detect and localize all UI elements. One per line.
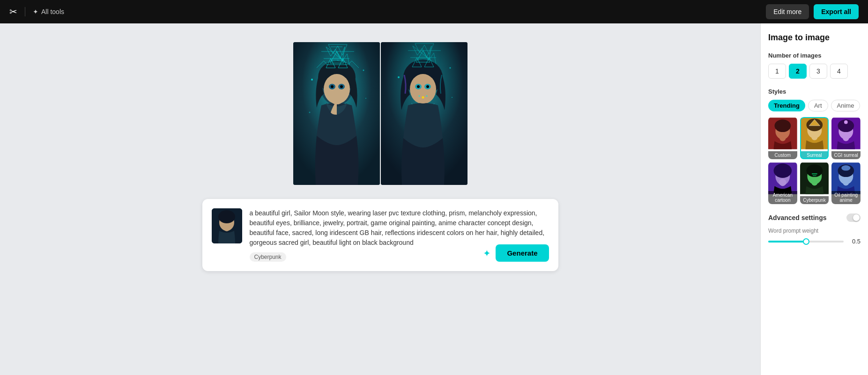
thumbnail-svg — [212, 208, 242, 243]
style-tab-trending[interactable]: Trending — [768, 100, 805, 111]
advanced-settings-row: Advanced settings — [768, 213, 861, 222]
slider-thumb[interactable] — [803, 238, 809, 245]
all-tools-button[interactable]: ✦ All tools — [33, 8, 64, 15]
style-tag[interactable]: Cyberpunk — [250, 252, 286, 262]
oil-card-image — [831, 162, 861, 195]
style-card-cyberpunk[interactable]: Cyberpunk — [800, 162, 829, 204]
style-tab-art[interactable]: Art — [808, 100, 828, 111]
svg-point-33 — [417, 85, 420, 88]
num-btn-3[interactable]: 3 — [809, 64, 827, 79]
prompt-text[interactable]: a beautiful girl, Sailor Moon style, wea… — [250, 208, 549, 248]
prompt-actions: ✦ Generate — [483, 244, 549, 262]
custom-card-label: Custom — [768, 151, 797, 159]
num-btn-1[interactable]: 1 — [768, 64, 786, 79]
generated-image-2[interactable] — [381, 42, 467, 185]
prompt-thumbnail — [212, 208, 242, 243]
header: ✂ ✦ All tools Edit more Export all — [0, 0, 868, 23]
canvas-area: a beautiful girl, Sailor Moon style, wea… — [0, 23, 760, 375]
svg-point-43 — [449, 67, 451, 69]
svg-point-62 — [844, 120, 848, 124]
generated-image-1[interactable] — [293, 42, 380, 185]
style-card-custom[interactable]: Custom — [768, 117, 797, 159]
surreal-card-image — [800, 117, 829, 150]
svg-point-36 — [422, 96, 424, 99]
styles-label: Styles — [768, 88, 861, 95]
svg-point-61 — [843, 135, 849, 141]
advanced-settings-toggle[interactable] — [846, 213, 861, 222]
panel-title: Image to image — [768, 33, 861, 43]
svg-point-52 — [779, 135, 786, 141]
slider-row: 0.5 — [768, 238, 861, 245]
oil-card-label: Oil painting anime — [831, 191, 861, 204]
header-right: Edit more Export all — [766, 4, 859, 19]
svg-rect-72 — [813, 175, 816, 176]
sparkle-icon: ✦ — [483, 248, 491, 258]
svg-point-15 — [311, 79, 313, 81]
svg-point-76 — [843, 179, 849, 185]
svg-point-69 — [806, 164, 823, 177]
svg-point-56 — [811, 134, 817, 140]
svg-point-34 — [426, 85, 429, 88]
right-panel: Image to image Number of images 1 2 3 4 … — [760, 23, 868, 375]
style-tabs: Trending Art Anime — [768, 100, 861, 111]
american-card-label: American cartoon — [768, 191, 797, 204]
image-1-svg — [293, 42, 380, 185]
prompt-area: a beautiful girl, Sailor Moon style, wea… — [202, 199, 558, 271]
svg-point-42 — [398, 76, 400, 78]
advanced-settings-label: Advanced settings — [768, 214, 826, 221]
num-btn-4[interactable]: 4 — [830, 64, 848, 79]
svg-point-66 — [779, 179, 786, 186]
slider-track[interactable] — [768, 241, 844, 243]
header-left: ✂ ✦ All tools — [9, 6, 64, 17]
svg-point-38 — [426, 96, 427, 97]
wand-icon: ✦ — [33, 8, 38, 15]
cgi-card-image — [831, 117, 861, 150]
cyberpunk-card-image — [800, 162, 829, 195]
word-prompt-weight-label: Word prompt weight — [768, 228, 861, 234]
slider-fill — [768, 241, 806, 243]
style-card-american-cartoon[interactable]: American cartoon — [768, 162, 797, 204]
svg-point-12 — [331, 85, 334, 88]
style-tab-anime[interactable]: Anime — [831, 100, 861, 111]
svg-point-13 — [340, 85, 343, 88]
custom-card-image — [768, 117, 797, 150]
style-card-cgi-surreal[interactable]: CGI surreal — [831, 117, 861, 159]
svg-point-65 — [774, 163, 792, 178]
svg-point-16 — [363, 70, 364, 71]
export-all-button[interactable]: Export all — [814, 4, 859, 19]
svg-point-44 — [452, 97, 453, 98]
main-content: a beautiful girl, Sailor Moon style, wea… — [0, 23, 868, 375]
style-card-oil-painting-anime[interactable]: Oil painting anime — [831, 162, 861, 204]
cyberpunk-card-label: Cyberpunk — [800, 196, 829, 204]
edit-more-button[interactable]: Edit more — [766, 4, 809, 19]
generate-button[interactable]: Generate — [496, 244, 549, 262]
sparkle-button[interactable]: ✦ — [483, 248, 491, 259]
images-row — [293, 42, 467, 185]
svg-point-70 — [811, 179, 817, 185]
style-grid: Custom Surreal — [768, 117, 861, 204]
toggle-dot — [853, 214, 860, 221]
svg-point-18 — [309, 112, 310, 113]
slider-value: 0.5 — [847, 238, 861, 245]
svg-point-48 — [224, 226, 230, 231]
svg-point-47 — [218, 210, 235, 223]
cgi-card-label: CGI surreal — [831, 151, 861, 159]
svg-point-37 — [418, 96, 420, 97]
svg-point-51 — [774, 119, 791, 132]
all-tools-label: All tools — [41, 8, 64, 15]
style-card-surreal[interactable]: Surreal — [800, 117, 829, 159]
num-images-row: 1 2 3 4 — [768, 64, 861, 79]
image-2-svg — [381, 42, 467, 185]
logo-icon[interactable]: ✂ — [9, 6, 17, 17]
num-btn-2[interactable]: 2 — [789, 64, 807, 79]
svg-point-77 — [842, 165, 851, 171]
american-card-image — [768, 162, 797, 195]
header-divider — [25, 7, 25, 16]
svg-point-17 — [365, 98, 366, 99]
svg-rect-71 — [812, 173, 817, 174]
num-images-label: Number of images — [768, 52, 861, 59]
surreal-card-label: Surreal — [800, 151, 829, 159]
